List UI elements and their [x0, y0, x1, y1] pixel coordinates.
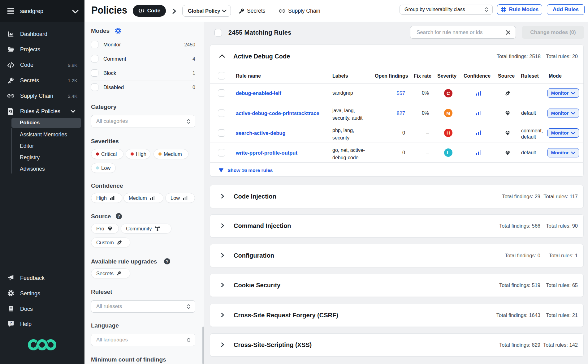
- svg-text:?: ?: [118, 214, 120, 219]
- svg-text:?: ?: [10, 321, 12, 325]
- svg-text:?: ?: [166, 259, 169, 264]
